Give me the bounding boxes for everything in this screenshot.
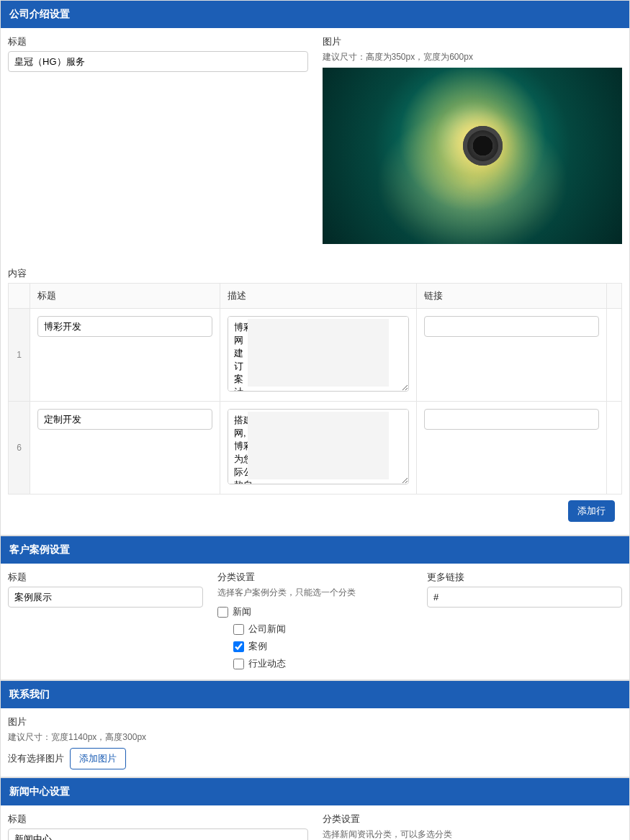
table-row: 6搭建 网, 博彩 为您 际公 款自 应商 (9, 402, 622, 494)
news-title-label: 标题 (8, 813, 308, 826)
cases-category-help: 选择客户案例分类，只能选一个分类 (217, 587, 413, 599)
company-heading: 公司介绍设置 (1, 1, 629, 28)
news-title-input[interactable] (8, 828, 308, 840)
contact-image-help: 建议尺寸：宽度1140px，高度300px (8, 731, 622, 744)
row-link-input[interactable] (424, 316, 599, 337)
company-title-input[interactable] (8, 51, 308, 72)
tree-child-label: 行业动态 (248, 657, 286, 670)
contact-nofile-text: 没有选择图片 (8, 752, 64, 765)
company-image-help: 建议尺寸：高度为350px，宽度为600px (323, 51, 623, 63)
tree-child-checkbox[interactable] (233, 659, 244, 669)
tree-child-checkbox[interactable] (233, 624, 244, 635)
cases-morelink-input[interactable] (427, 587, 622, 608)
company-content-label: 内容 (8, 267, 622, 280)
tree-child-label: 公司新闻 (248, 623, 286, 636)
add-row-button[interactable]: 添加行 (568, 500, 615, 522)
col-desc: 描述 (220, 284, 417, 309)
news-heading: 新闻中心设置 (1, 778, 629, 805)
tree-child-label: 案例 (248, 640, 267, 653)
tree-child[interactable]: 案例 (233, 638, 413, 655)
contact-heading: 联系我们 (1, 681, 629, 708)
tree-child[interactable]: 行业动态 (233, 655, 413, 672)
news-category-help: 选择新闻资讯分类，可以多选分类 (323, 828, 623, 840)
row-number: 6 (9, 402, 30, 494)
company-image-preview[interactable] (323, 68, 623, 244)
tree-child-checkbox[interactable] (233, 641, 244, 652)
table-row: 1博彩 网 建 订 案 计 (9, 309, 622, 402)
cases-title-input[interactable] (8, 587, 203, 608)
cases-title-label: 标题 (8, 571, 203, 584)
news-category-label: 分类设置 (323, 813, 623, 826)
row-number: 1 (9, 309, 30, 402)
cases-category-label: 分类设置 (217, 571, 413, 584)
tree-root[interactable]: 新闻 (217, 603, 413, 620)
row-title-input[interactable] (37, 316, 212, 337)
tree-root-checkbox[interactable] (217, 607, 228, 618)
cases-heading: 客户案例设置 (1, 536, 629, 564)
contact-image-label: 图片 (8, 715, 622, 728)
content-table: 标题 描述 链接 1博彩 网 建 订 案 计6搭建 网, 博彩 为您 际公 款自… (8, 283, 622, 494)
add-image-button[interactable]: 添加图片 (70, 748, 126, 769)
company-title-label: 标题 (8, 35, 308, 48)
tree-root-label: 新闻 (233, 605, 251, 618)
row-link-input[interactable] (424, 409, 599, 430)
tree-child[interactable]: 公司新闻 (233, 620, 413, 638)
col-title: 标题 (30, 284, 220, 309)
company-image-label: 图片 (323, 35, 623, 48)
cases-morelink-label: 更多链接 (427, 571, 622, 584)
row-title-input[interactable] (37, 409, 212, 430)
col-link: 链接 (416, 284, 606, 309)
